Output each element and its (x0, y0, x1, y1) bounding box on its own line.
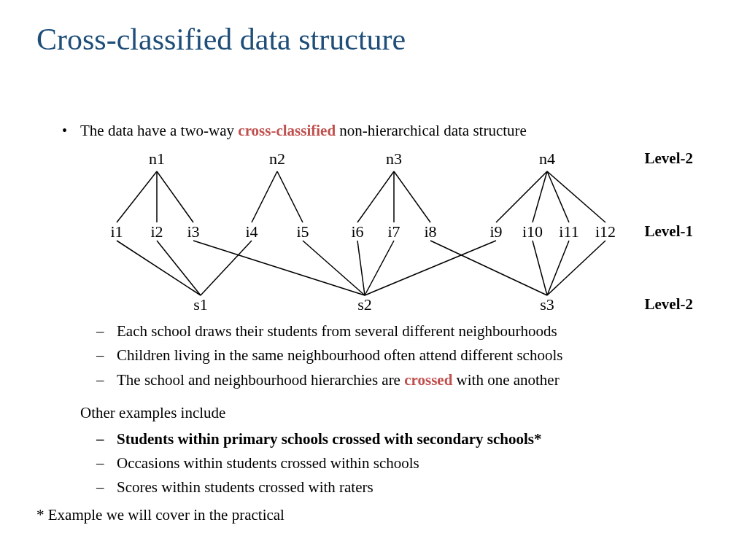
svg-line-2 (157, 171, 193, 222)
sub2b: Occasions within students crossed within… (117, 453, 718, 474)
sub1c-accent: crossed (404, 371, 452, 389)
node-i2: i2 (150, 222, 163, 241)
footnote: * Example we will cover in the practical (36, 505, 718, 526)
node-i7: i7 (387, 222, 400, 241)
page-title: Cross-classified data structure (36, 22, 406, 57)
node-i12: i12 (595, 222, 616, 241)
svg-line-3 (252, 171, 277, 222)
node-i11: i11 (559, 222, 578, 241)
svg-line-17 (357, 241, 365, 295)
svg-line-18 (365, 241, 394, 295)
diagram: n1 n2 n3 n4 i1 i2 i3 i4 i5 i6 i7 i8 i9 i… (95, 149, 693, 317)
svg-line-0 (117, 171, 157, 222)
node-i10: i10 (522, 222, 543, 241)
svg-line-19 (365, 241, 496, 295)
sub1b: Children living in the same neighbourhoo… (117, 345, 718, 366)
svg-line-23 (547, 241, 605, 295)
node-i1: i1 (110, 222, 123, 241)
svg-line-10 (547, 171, 569, 222)
svg-line-20 (430, 241, 547, 295)
node-n1: n1 (149, 149, 165, 168)
node-i9: i9 (489, 222, 502, 241)
sub1c-pre: The school and neighbourhood hierarchies… (117, 371, 404, 389)
sub1a: Each school draws their students from se… (117, 321, 718, 342)
svg-line-16 (303, 241, 365, 295)
svg-line-5 (357, 171, 394, 222)
bullet1-accent: cross-classified (238, 122, 336, 139)
svg-line-22 (547, 241, 569, 295)
level-label-mid: Level-1 (645, 222, 693, 241)
content-bottom: Each school draws their students from se… (36, 321, 718, 526)
sub2c: Scores within students crossed with rate… (117, 477, 718, 498)
level-label-top: Level-2 (645, 149, 693, 168)
svg-line-4 (277, 171, 303, 222)
node-i4: i4 (245, 222, 258, 241)
svg-line-15 (193, 241, 365, 295)
bullet1-post: non-hierarchical data structure (336, 122, 527, 139)
svg-line-11 (547, 171, 605, 222)
svg-line-12 (117, 241, 201, 295)
node-s3: s3 (540, 295, 554, 314)
node-i8: i8 (424, 222, 436, 241)
svg-line-13 (157, 241, 201, 295)
level-label-bot: Level-2 (645, 295, 693, 314)
svg-line-21 (533, 241, 547, 295)
bullet2-text: Other examples include (80, 404, 225, 421)
node-i5: i5 (296, 222, 309, 241)
node-n2: n2 (269, 149, 285, 168)
content-top: The data have a two-way cross-classified… (36, 120, 718, 146)
sub2a: Students within primary schools crossed … (117, 429, 718, 450)
svg-line-7 (394, 171, 430, 222)
sub1c: The school and neighbourhood hierarchies… (117, 370, 718, 391)
node-s2: s2 (357, 295, 372, 314)
node-n4: n4 (539, 149, 555, 168)
bullet1-pre: The data have a two-way (80, 122, 238, 139)
sub1c-post: with one another (452, 371, 559, 389)
node-i3: i3 (187, 222, 199, 241)
node-s1: s1 (193, 295, 208, 314)
sub-list-holder: Each school draws their students from se… (80, 321, 718, 391)
node-n3: n3 (386, 149, 402, 168)
bullet-1: The data have a two-way cross-classified… (80, 120, 718, 141)
bullet-2: Other examples include Students within p… (80, 402, 718, 499)
svg-line-14 (201, 241, 252, 295)
node-i6: i6 (351, 222, 363, 241)
